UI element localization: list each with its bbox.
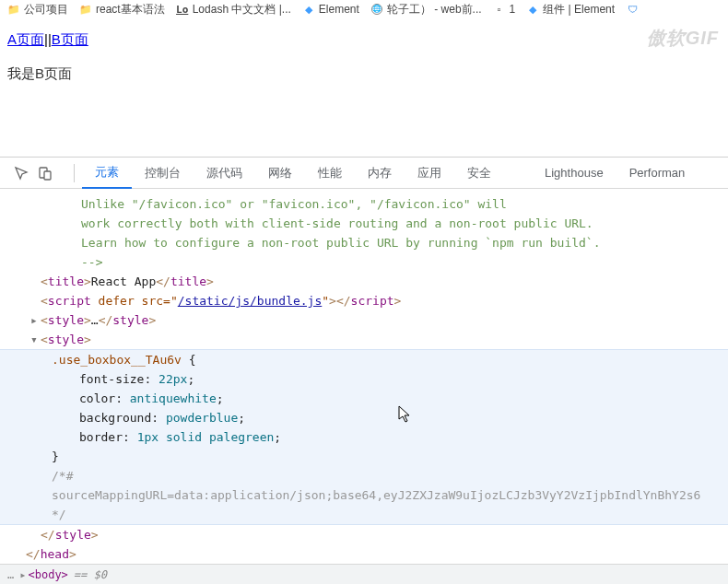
watermark: 傲软GIF — [647, 26, 719, 51]
html-comment-line: Unlike "/favicon.ico" or "favicon.ico", … — [0, 194, 728, 214]
title-tag-line[interactable]: <title>React App</title> — [0, 272, 728, 291]
bookmark-element-comp[interactable]: ◆ 组件 | Element — [526, 2, 615, 18]
script-tag-line[interactable]: <script defer src="/static/js/bundle.js"… — [0, 291, 728, 310]
css-close-brace[interactable]: } — [0, 447, 728, 466]
breadcrumb-bar[interactable]: … ▸ <body> == $0 — [0, 564, 728, 584]
tab-elements[interactable]: 元素 — [82, 158, 132, 189]
css-comment-line: */ — [0, 505, 728, 524]
folder-icon: 📁 — [7, 3, 20, 16]
element-icon: ◆ — [526, 3, 539, 16]
page-icon: ▫ — [493, 3, 506, 16]
style-open-line[interactable]: ▾<style> — [0, 330, 728, 349]
nav-links: A页面||B页面 — [7, 31, 721, 49]
elements-tree[interactable]: Unlike "/favicon.ico" or "favicon.ico", … — [0, 189, 728, 564]
folder-icon: 📁 — [79, 3, 92, 16]
link-a-page[interactable]: A页面 — [7, 31, 44, 47]
tab-performance[interactable]: 性能 — [305, 158, 355, 188]
bookmark-label: Lodash 中文文档 |... — [193, 2, 291, 18]
bookmark-element[interactable]: ◆ Element — [302, 3, 359, 16]
bookmark-label: Element — [319, 3, 359, 16]
style-close-line[interactable]: </style> — [0, 525, 728, 544]
bookmark-wheels[interactable]: 🌐 轮子工） - web前... — [370, 2, 482, 18]
breadcrumb-dots[interactable]: … — [7, 568, 14, 581]
html-comment-end: --> — [0, 252, 728, 272]
tab-security[interactable]: 安全 — [454, 158, 504, 188]
breadcrumb-arrow-icon: ▸ — [19, 568, 26, 581]
css-decl-line[interactable]: font-size: 22px; — [0, 369, 728, 389]
breadcrumb-body[interactable]: <body> — [28, 568, 67, 581]
tab-application[interactable]: 应用 — [405, 158, 454, 188]
tab-sources[interactable]: 源代码 — [194, 158, 255, 188]
bookmark-label: 组件 | Element — [543, 2, 615, 18]
svg-rect-1 — [44, 171, 51, 180]
head-close-line[interactable]: </head> — [0, 544, 728, 564]
bookmark-react[interactable]: 📁 react基本语法 — [79, 2, 165, 18]
tab-network[interactable]: 网络 — [255, 158, 305, 188]
tab-console[interactable]: 控制台 — [132, 158, 194, 188]
bundle-link[interactable]: /static/js/bundle.js — [178, 294, 323, 308]
devtools-panel: 元素 控制台 源代码 网络 性能 内存 应用 安全 Lighthouse Per… — [0, 157, 728, 584]
css-decl-line[interactable]: background: powderblue; — [0, 408, 728, 427]
style-content-block: .use_boxbox__TAu6v { font-size: 22px; co… — [0, 349, 728, 525]
bookmark-shield[interactable]: 🛡 — [626, 3, 639, 16]
element-icon: ◆ — [302, 3, 315, 16]
html-comment-line: Learn how to configure a non-root public… — [0, 233, 728, 252]
css-decl-line[interactable]: color: antiquewhite; — [0, 389, 728, 408]
bookmark-one[interactable]: ▫ 1 — [493, 3, 516, 16]
device-toggle-icon[interactable] — [37, 165, 53, 181]
inspect-icon[interactable] — [13, 165, 29, 181]
bookmark-lodash[interactable]: Lo Lodash 中文文档 |... — [176, 2, 291, 18]
tab-memory[interactable]: 内存 — [355, 158, 405, 188]
tab-lighthouse[interactable]: Lighthouse — [532, 158, 616, 188]
html-comment-line: work correctly both with client-side rou… — [0, 214, 728, 233]
nav-separator: || — [44, 31, 52, 47]
css-comment-line: sourceMappingURL=data:application/json;b… — [0, 485, 728, 505]
divider — [74, 164, 75, 182]
bookmark-label: 轮子工） - web前... — [387, 2, 482, 18]
collapse-arrow-icon[interactable]: ▾ — [29, 330, 39, 349]
expand-arrow-icon[interactable]: ▸ — [29, 310, 39, 330]
bookmark-label: react基本语法 — [96, 2, 165, 18]
page-content: A页面||B页面 我是B页面 — [0, 24, 728, 90]
shield-icon: 🛡 — [626, 3, 639, 16]
link-b-page[interactable]: B页面 — [52, 31, 88, 47]
page-body-text: 我是B页面 — [7, 65, 721, 83]
css-comment-line: /*# — [0, 466, 728, 485]
bookmark-label: 公司项目 — [24, 2, 68, 18]
css-decl-line[interactable]: border: 1px solid palegreen; — [0, 427, 728, 447]
lodash-icon: Lo — [176, 3, 189, 16]
bookmark-label: 1 — [510, 3, 516, 16]
css-selector-line[interactable]: .use_boxbox__TAu6v { — [0, 350, 728, 369]
style-collapsed-line[interactable]: ▸<style>…</style> — [0, 310, 728, 330]
globe-icon: 🌐 — [370, 3, 383, 16]
tab-perf2[interactable]: Performan — [616, 158, 699, 188]
bookmark-company[interactable]: 📁 公司项目 — [7, 2, 68, 18]
bookmarks-bar: 📁 公司项目 📁 react基本语法 Lo Lodash 中文文档 |... ◆… — [0, 0, 728, 18]
devtools-tabbar: 元素 控制台 源代码 网络 性能 内存 应用 安全 Lighthouse Per… — [0, 158, 728, 189]
breadcrumb-selected: == $0 — [74, 568, 107, 581]
